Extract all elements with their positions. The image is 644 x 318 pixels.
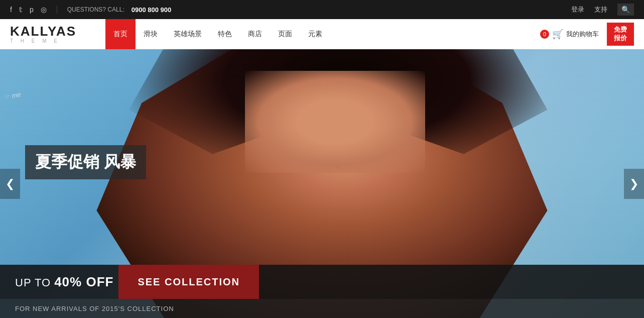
promo-up-to: UP TO — [15, 276, 54, 289]
top-bar-left: f 𝕥 p ◎ QUESTIONS? CALL: 0900 800 900 — [10, 6, 171, 14]
logo: KALLYAS T H E M E — [10, 25, 90, 44]
question-text: QUESTIONS? CALL: — [67, 6, 124, 13]
promo-percent: 40% OFF — [54, 274, 113, 289]
hero-sub-bar: FOR NEW ARRIVALS OF 2015'S COLLECTION — [0, 299, 644, 318]
nav-item-elements[interactable]: 元素 — [300, 19, 330, 49]
phone-number: 0900 800 900 — [132, 6, 172, 14]
main-nav: 首页 滑块 英雄场景 特色 商店 页面 元素 — [105, 19, 540, 49]
cart-area[interactable]: 0 🛒 我的购物车 — [540, 29, 599, 40]
promo-discount-text: UP TO 40% OFF — [15, 274, 118, 290]
cart-badge: 0 — [540, 30, 549, 39]
header: KALLYAS T H E M E 首页 滑块 英雄场景 特色 商店 页面 元素… — [0, 19, 644, 49]
top-bar-right: 登录 支持 🔍 — [571, 4, 634, 16]
free-quote-line2: 报价 — [614, 34, 627, 42]
facebook-icon[interactable]: f — [10, 6, 12, 14]
nav-item-hero[interactable]: 英雄场景 — [166, 19, 210, 49]
other-social-icon[interactable]: ◎ — [41, 6, 47, 14]
divider — [57, 6, 57, 14]
hero-sub-text: FOR NEW ARRIVALS OF 2015'S COLLECTION — [15, 305, 174, 312]
hero-text-area: 夏季促销 风暴 — [25, 145, 146, 179]
chevron-right-icon: ❯ — [629, 177, 638, 190]
cart-label: 我的购物车 — [566, 30, 599, 39]
hero-bottom-bar: UP TO 40% OFF SEE COLLECTION FOR NEW ARR… — [0, 265, 644, 318]
slider-next-button[interactable]: ❯ — [624, 169, 644, 199]
pinterest-icon[interactable]: p — [30, 6, 34, 14]
nav-item-home[interactable]: 首页 — [105, 19, 136, 49]
logo-theme: T H E M E — [10, 39, 90, 44]
nav-item-features[interactable]: 特色 — [210, 19, 240, 49]
slider-prev-button[interactable]: ❮ — [0, 169, 20, 199]
login-link[interactable]: 登录 — [571, 5, 584, 14]
support-link[interactable]: 支持 — [594, 5, 607, 14]
nav-right: 0 🛒 我的购物车 免费 报价 — [540, 23, 634, 46]
cart-icon: 🛒 — [552, 29, 563, 40]
hero-promo-bar: UP TO 40% OFF SEE COLLECTION — [0, 265, 644, 299]
see-collection-button[interactable]: SEE COLLECTION — [118, 265, 259, 299]
hero-section: ☞ me ❮ ❯ 夏季促销 风暴 UP TO 40% OFF SEE COLLE… — [0, 49, 644, 318]
twitter-icon[interactable]: 𝕥 — [19, 6, 23, 14]
free-quote-button[interactable]: 免费 报价 — [607, 23, 634, 46]
top-bar: f 𝕥 p ◎ QUESTIONS? CALL: 0900 800 900 登录… — [0, 0, 644, 19]
nav-item-slider[interactable]: 滑块 — [136, 19, 166, 49]
nav-item-pages[interactable]: 页面 — [270, 19, 300, 49]
nav-item-shop[interactable]: 商店 — [240, 19, 270, 49]
figure-face — [245, 71, 425, 173]
hero-title: 夏季促销 风暴 — [25, 145, 146, 179]
logo-name: KALLYAS — [10, 25, 90, 38]
free-quote-line1: 免费 — [614, 26, 627, 33]
chevron-left-icon: ❮ — [6, 177, 15, 190]
search-button[interactable]: 🔍 — [617, 4, 634, 16]
